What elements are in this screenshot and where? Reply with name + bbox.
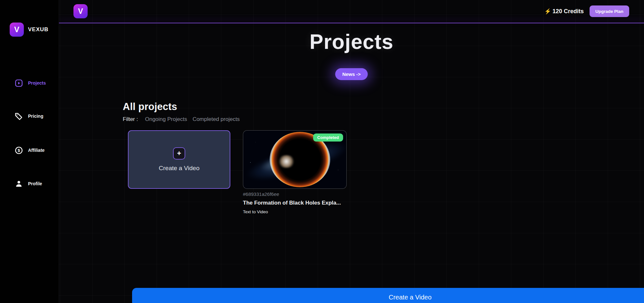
section-title: All projects: [123, 101, 177, 113]
person-icon: [14, 179, 23, 188]
topbar: V ⚡ 120 Credits Upgrade Plan: [59, 0, 644, 23]
plus-glyph: +: [177, 150, 181, 157]
sidebar-item-label: Affiliate: [28, 148, 44, 153]
sidebar: V VEXUB Projects Pricing: [0, 0, 59, 303]
logo-v-glyph: V: [78, 7, 83, 16]
project-id: #689331a26f6ee: [243, 191, 341, 197]
sidebar-item-label: Pricing: [28, 114, 43, 119]
news-button[interactable]: News ->: [335, 68, 368, 80]
svg-text:$: $: [18, 148, 20, 153]
sidebar-item-label: Projects: [28, 80, 46, 86]
status-badge: Completed: [313, 133, 343, 142]
brand-logo: V: [10, 23, 24, 37]
sidebar-item-profile[interactable]: Profile: [14, 179, 42, 188]
filter-option-completed[interactable]: Completed projects: [193, 116, 240, 123]
upgrade-plan-button[interactable]: Upgrade Plan: [590, 5, 629, 17]
create-video-card-label: Create a Video: [159, 165, 199, 172]
sidebar-item-projects[interactable]: Projects: [14, 78, 46, 88]
credits-label: 120 Credits: [553, 8, 584, 15]
app-window: V ⚡ 120 Credits Upgrade Plan Projects Ne…: [0, 0, 644, 303]
project-card[interactable]: Completed: [243, 130, 347, 189]
brand[interactable]: V VEXUB: [10, 23, 49, 37]
project-meta: #689331a26f6ee The Formation of Black Ho…: [243, 191, 341, 214]
black-hole-flare: [277, 155, 295, 168]
tag-icon: [14, 112, 23, 121]
credits-indicator: ⚡ 120 Credits: [544, 8, 584, 15]
page-title: Projects: [59, 32, 644, 52]
dollar-icon: $: [14, 146, 23, 155]
project-type: Text to Video: [243, 209, 341, 214]
topbar-right: ⚡ 120 Credits Upgrade Plan: [544, 5, 644, 17]
topbar-divider: [59, 23, 644, 23]
plus-icon: +: [173, 147, 185, 160]
create-video-footer-button[interactable]: Create a Video: [132, 288, 644, 303]
sidebar-item-affiliate[interactable]: $ Affiliate: [14, 145, 44, 155]
brand-name: VEXUB: [28, 26, 49, 33]
play-icon: [14, 79, 23, 87]
project-title: The Formation of Black Holes Expla...: [243, 200, 341, 206]
filter-label: Filter :: [123, 116, 138, 123]
main-content: V ⚡ 120 Credits Upgrade Plan Projects Ne…: [59, 0, 644, 303]
filter-row: Filter : Ongoing Projects Completed proj…: [123, 116, 245, 123]
filter-option-ongoing[interactable]: Ongoing Projects: [145, 116, 187, 123]
logo-v-glyph: V: [14, 25, 19, 34]
sidebar-item-pricing[interactable]: Pricing: [14, 111, 43, 121]
lightning-bolt-icon: ⚡: [544, 8, 551, 15]
topbar-logo[interactable]: V: [73, 4, 88, 18]
create-video-card[interactable]: + Create a Video: [128, 130, 230, 189]
sidebar-item-label: Profile: [28, 181, 42, 186]
